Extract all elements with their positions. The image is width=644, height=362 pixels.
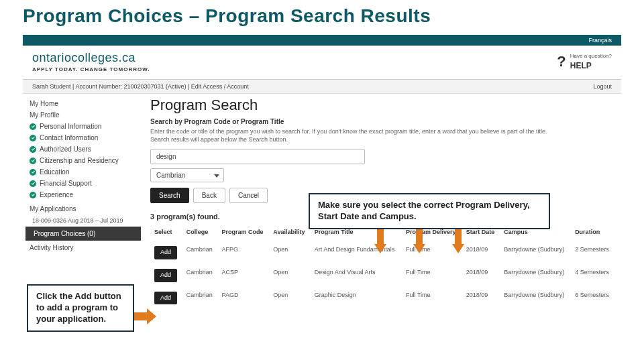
- nav-program-choices[interactable]: Program Choices (0): [25, 227, 141, 241]
- add-button[interactable]: Add: [154, 269, 177, 282]
- cell-start: 2018/09: [462, 241, 500, 264]
- nav-my-profile[interactable]: My Profile: [25, 109, 141, 121]
- check-icon: [30, 135, 36, 141]
- search-description: Enter the code or title of the program y…: [150, 128, 566, 143]
- site-tagline: APPLY TODAY. CHANGE TOMORROW.: [32, 66, 150, 72]
- cell-code: PAGD: [218, 287, 270, 310]
- cell-availability: Open: [269, 241, 310, 264]
- help-widget[interactable]: ? Have a question? HELP: [557, 53, 612, 71]
- cell-availability: Open: [269, 264, 310, 287]
- arrow-right-icon: [131, 308, 156, 324]
- language-bar: Français: [23, 35, 621, 46]
- callout-add-button: Click the Add button to add a program to…: [27, 284, 134, 332]
- col-code: Program Code: [218, 226, 270, 241]
- sidebar-label: Personal Information: [40, 123, 101, 130]
- check-icon: [30, 123, 36, 130]
- sidebar-item-education[interactable]: Education: [25, 166, 141, 178]
- col-select: Select: [150, 226, 182, 241]
- cell-duration: 2 Semesters: [571, 241, 614, 264]
- callout-columns: Make sure you select the correct Program…: [309, 193, 550, 229]
- user-bar: Sarah Student | Account Number: 21002030…: [23, 80, 621, 94]
- check-icon: [30, 180, 36, 187]
- sidebar-label: Contact Information: [40, 134, 98, 141]
- search-input[interactable]: design: [150, 149, 365, 164]
- col-availability: Availability: [269, 226, 310, 241]
- cell-availability: Open: [269, 287, 310, 310]
- help-text: Have a question? HELP: [570, 53, 612, 71]
- user-info: Sarah Student | Account Number: 21002030…: [32, 83, 249, 90]
- page-title: Program Search: [150, 97, 614, 114]
- cell-campus: Barrydowne (Sudbury): [500, 264, 571, 287]
- col-college: College: [182, 226, 218, 241]
- question-mark-icon: ?: [557, 53, 566, 70]
- add-button[interactable]: Add: [154, 246, 177, 259]
- slide-title: Program Choices – Program Search Results: [0, 0, 644, 31]
- cell-college: Cambrian: [182, 287, 218, 310]
- sidebar-label: Education: [40, 168, 69, 176]
- cell-delivery: Full Time: [402, 264, 462, 287]
- sidebar-label: Authorized Users: [40, 145, 91, 153]
- french-link[interactable]: Français: [588, 37, 612, 44]
- cell-duration: 4 Semesters: [571, 264, 614, 287]
- cell-delivery: Full Time: [402, 287, 462, 310]
- help-small: Have a question?: [570, 53, 612, 59]
- application-number[interactable]: 18-009-0326 Aug 2018 – Jul 2019: [25, 215, 141, 225]
- nav-my-home[interactable]: My Home: [25, 98, 141, 109]
- sidebar-label: Experience: [40, 191, 73, 198]
- site-header: ontariocolleges.ca APPLY TODAY. CHANGE T…: [23, 46, 621, 80]
- cell-code: ACSP: [218, 264, 270, 287]
- cell-start: 2018/09: [462, 264, 500, 287]
- cell-title: Graphic Design: [311, 287, 402, 310]
- sidebar-item-authorized[interactable]: Authorized Users: [25, 143, 141, 155]
- cell-title: Art And Design Fundamentals: [311, 241, 402, 264]
- cell-duration: 6 Semesters: [571, 287, 614, 310]
- sidebar-item-contact[interactable]: Contact Information: [25, 132, 141, 143]
- sidebar-label: Citizenship and Residency: [40, 157, 119, 164]
- help-big: HELP: [570, 61, 592, 70]
- nav-activity-history[interactable]: Activity History: [25, 242, 141, 253]
- logo-block: ontariocolleges.ca APPLY TODAY. CHANGE T…: [32, 51, 150, 72]
- cell-title: Design And Visual Arts: [311, 264, 402, 287]
- sidebar-item-experience[interactable]: Experience: [25, 189, 141, 200]
- sidebar-label: Financial Support: [40, 180, 92, 187]
- table-row: AddCambrianACSPOpenDesign And Visual Art…: [150, 264, 614, 287]
- cell-college: Cambrian: [182, 241, 218, 264]
- add-button[interactable]: Add: [154, 292, 177, 305]
- college-select[interactable]: Cambrian: [150, 168, 224, 182]
- sidebar-item-citizenship[interactable]: Citizenship and Residency: [25, 155, 141, 166]
- site-logo-text: ontariocolleges.ca: [32, 51, 150, 65]
- cell-start: 2018/09: [462, 287, 500, 310]
- cell-code: AFPG: [218, 241, 270, 264]
- nav-my-applications[interactable]: My Applications: [25, 203, 141, 215]
- check-icon: [30, 158, 36, 164]
- check-icon: [30, 192, 36, 198]
- cell-campus: Barrydowne (Sudbury): [500, 241, 571, 264]
- sidebar-item-financial[interactable]: Financial Support: [25, 178, 141, 189]
- logout-link[interactable]: Logout: [593, 83, 612, 90]
- cell-campus: Barrydowne (Sudbury): [500, 287, 571, 310]
- search-subheading: Search by Program Code or Program Title: [150, 118, 614, 125]
- check-icon: [30, 169, 36, 176]
- cancel-button[interactable]: Cancel: [229, 188, 268, 203]
- check-icon: [30, 146, 36, 153]
- back-button[interactable]: Back: [193, 188, 225, 203]
- cell-college: Cambrian: [182, 264, 218, 287]
- table-row: AddCambrianPAGDOpenGraphic DesignFull Ti…: [150, 287, 614, 310]
- sidebar-item-personal[interactable]: Personal Information: [25, 121, 141, 132]
- col-duration: Duration: [571, 226, 614, 241]
- search-button[interactable]: Search: [150, 188, 189, 203]
